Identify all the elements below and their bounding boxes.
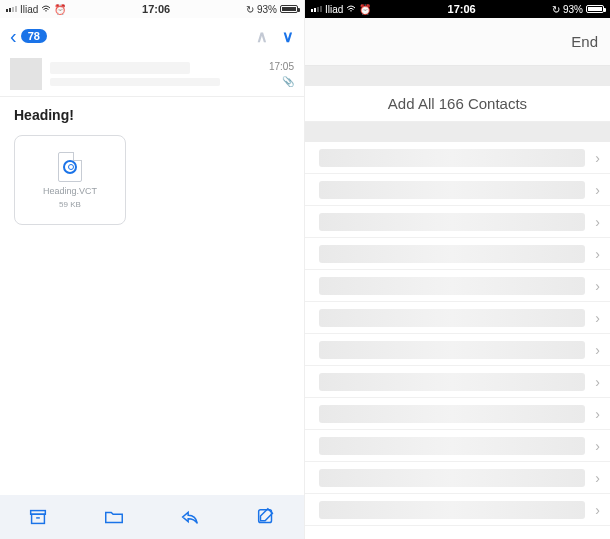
sync-icon: ↻ — [246, 4, 254, 15]
contact-row[interactable]: › — [305, 302, 610, 334]
contact-row[interactable]: › — [305, 494, 610, 526]
contact-name-redacted — [319, 213, 585, 231]
status-time: 17:06 — [142, 3, 170, 15]
contact-name-redacted — [319, 245, 585, 263]
contact-row[interactable]: › — [305, 398, 610, 430]
mail-screen: Iliad ⏰ 17:06 ↻ 93% ‹ 78 ∧ ∨ 17:05 — [0, 0, 305, 539]
contact-name-redacted — [319, 149, 585, 167]
contact-row[interactable]: › — [305, 270, 610, 302]
contact-icon — [63, 160, 77, 174]
section-gap — [305, 66, 610, 86]
battery-icon — [586, 5, 604, 13]
contact-name-redacted — [319, 373, 585, 391]
contact-row[interactable]: › — [305, 462, 610, 494]
signal-icon — [311, 6, 322, 12]
contact-name-redacted — [319, 437, 585, 455]
chevron-right-icon: › — [595, 182, 600, 198]
chevron-right-icon: › — [595, 406, 600, 422]
contact-name-redacted — [319, 309, 585, 327]
contacts-import-screen: Iliad ⏰ 17:06 ↻ 93% End Add All 166 Cont… — [305, 0, 610, 539]
contact-row[interactable]: › — [305, 174, 610, 206]
toolbar — [0, 495, 304, 539]
chevron-right-icon: › — [595, 438, 600, 454]
chevron-right-icon: › — [595, 278, 600, 294]
compose-button[interactable] — [255, 506, 277, 528]
svg-rect-1 — [32, 514, 45, 523]
signal-icon — [6, 6, 17, 12]
message-header[interactable]: 17:05 📎 — [0, 54, 304, 97]
message-subject: Heading! — [0, 97, 304, 129]
contact-row[interactable]: › — [305, 366, 610, 398]
battery-percent: 93% — [257, 4, 277, 15]
contact-row[interactable]: › — [305, 238, 610, 270]
contact-row[interactable]: › — [305, 206, 610, 238]
wifi-icon — [346, 4, 356, 15]
unread-count-pill[interactable]: 78 — [21, 29, 47, 43]
section-gap — [305, 122, 610, 142]
status-time: 17:06 — [448, 3, 476, 15]
chevron-right-icon: › — [595, 374, 600, 390]
contact-name-redacted — [319, 277, 585, 295]
sync-icon: ↻ — [552, 4, 560, 15]
message-time: 17:05 — [269, 61, 294, 72]
contact-name-redacted — [319, 501, 585, 519]
contact-name-redacted — [319, 181, 585, 199]
back-button[interactable]: ‹ — [10, 25, 17, 48]
nav-bar: ‹ 78 ∧ ∨ — [0, 18, 304, 54]
archive-button[interactable] — [27, 506, 49, 528]
next-message-button[interactable]: ∨ — [282, 27, 294, 46]
contact-row[interactable]: › — [305, 430, 610, 462]
chevron-right-icon: › — [595, 310, 600, 326]
attachment-filesize: 59 KB — [59, 200, 81, 209]
alarm-icon: ⏰ — [54, 4, 66, 15]
prev-message-button[interactable]: ∧ — [256, 27, 268, 46]
attachment-filename: Heading.VCT — [43, 186, 97, 196]
contact-row[interactable]: › — [305, 142, 610, 174]
avatar — [10, 58, 42, 90]
carrier-label: Iliad — [325, 4, 343, 15]
nav-bar: End — [305, 18, 610, 66]
status-bar: Iliad ⏰ 17:06 ↻ 93% — [0, 0, 304, 18]
sender-block — [50, 62, 261, 86]
battery-percent: 93% — [563, 4, 583, 15]
reply-button[interactable] — [179, 506, 201, 528]
contact-row[interactable]: › — [305, 334, 610, 366]
chevron-right-icon: › — [595, 246, 600, 262]
attachment-card[interactable]: Heading.VCT 59 KB — [14, 135, 126, 225]
alarm-icon: ⏰ — [359, 4, 371, 15]
wifi-icon — [41, 4, 51, 15]
chevron-right-icon: › — [595, 342, 600, 358]
attachment-icon: 📎 — [282, 76, 294, 87]
carrier-label: Iliad — [20, 4, 38, 15]
contact-name-redacted — [319, 405, 585, 423]
chevron-right-icon: › — [595, 150, 600, 166]
chevron-right-icon: › — [595, 502, 600, 518]
chevron-right-icon: › — [595, 470, 600, 486]
status-bar: Iliad ⏰ 17:06 ↻ 93% — [305, 0, 610, 18]
contact-name-redacted — [319, 341, 585, 359]
add-all-contacts-button[interactable]: Add All 166 Contacts — [305, 86, 610, 122]
end-button[interactable]: End — [571, 33, 598, 50]
contact-name-redacted — [319, 469, 585, 487]
battery-icon — [280, 5, 298, 13]
folder-button[interactable] — [103, 506, 125, 528]
contact-list[interactable]: ›››››››››››› — [305, 142, 610, 539]
chevron-right-icon: › — [595, 214, 600, 230]
vcf-file-icon — [58, 152, 82, 182]
